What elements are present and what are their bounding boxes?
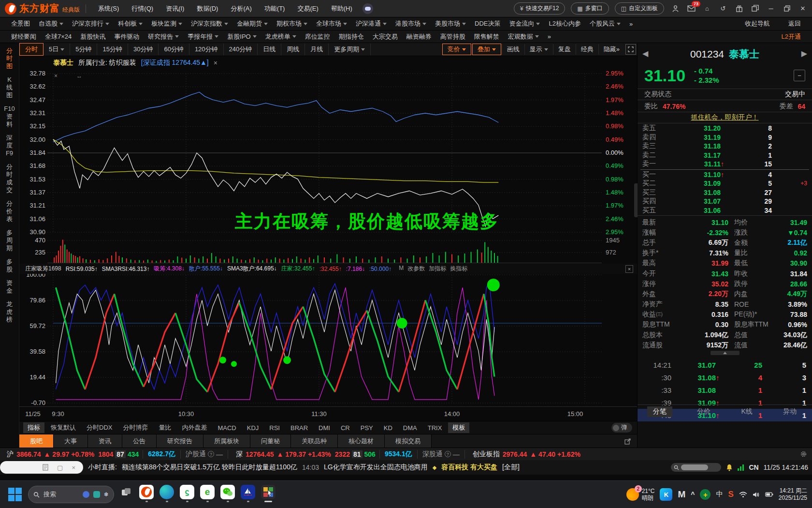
menu-item-2[interactable]: 资讯(I)	[160, 0, 190, 17]
nav-item-724[interactable]: 全球7×24	[41, 32, 76, 41]
nav-item-[interactable]: »	[543, 33, 555, 40]
ind-tab-分时博弈[interactable]: 分时博弈	[118, 422, 152, 433]
ind-tab-KD[interactable]: KD	[379, 423, 397, 433]
task-view-button[interactable]	[118, 485, 134, 504]
taskbar-clock[interactable]: 14:21 周二2025/11/25	[779, 487, 807, 502]
nav-item-[interactable]: 大宗交易	[368, 32, 402, 41]
weather-widget[interactable]: 2 21°C晴朗	[626, 488, 655, 501]
tool-经典[interactable]: 经典	[576, 44, 598, 55]
tool-画线[interactable]: 画线	[502, 44, 524, 55]
nav-item-[interactable]: 沪深港通	[351, 19, 391, 28]
prev-stock-button[interactable]: ◀	[642, 49, 648, 58]
window-split-icon[interactable]	[751, 4, 759, 13]
nav-item-[interactable]: 个股风云	[585, 19, 625, 28]
ind-tab-BRAR[interactable]: BRAR	[286, 423, 312, 433]
gear-icon[interactable]	[800, 450, 807, 458]
nav-item-[interactable]: 港股市场	[391, 19, 431, 28]
app-edge-browser[interactable]	[159, 485, 175, 504]
indicator-tool-加指标[interactable]: 加指标	[429, 265, 446, 273]
ad-banner[interactable]: 抓住机会，即刻开户！	[638, 112, 812, 123]
ticker-search-input[interactable]	[671, 463, 721, 472]
period-月线[interactable]: 月线	[305, 44, 329, 55]
nav-item-[interactable]: »	[625, 20, 637, 28]
quote-tab-分价[interactable]: 分价	[691, 406, 716, 417]
doc-icon[interactable]	[43, 464, 48, 471]
bottom-tab-大事[interactable]: 大事	[54, 434, 88, 448]
period-5日[interactable]: 5日	[44, 44, 70, 55]
tool-隐藏»[interactable]: 隐藏»	[598, 44, 624, 55]
tray-app-k[interactable]: K	[660, 488, 672, 501]
bid-row-2[interactable]: 买二31.095+3	[638, 179, 812, 188]
period-分时[interactable]: 分时	[19, 43, 44, 56]
stock-alert[interactable]: 容百科技 有大买盘	[441, 463, 497, 472]
fullscreen-icon[interactable]	[625, 44, 636, 55]
nav-item-[interactable]: 季报年报	[183, 32, 223, 41]
nav-item-[interactable]: 沪深京排行	[68, 19, 114, 28]
index-overlay-tag[interactable]: [深证成指 12764.45▲]	[141, 59, 209, 67]
undo-icon[interactable]: ↺	[719, 4, 727, 13]
close-button[interactable]: ✕	[798, 4, 807, 13]
sidebar-item-8[interactable]: 资金	[0, 276, 19, 298]
indicator-tool-M[interactable]: M	[399, 265, 404, 273]
ask-row-1[interactable]: 卖一31.11↑15	[638, 160, 812, 169]
volume-icon[interactable]	[753, 492, 760, 498]
ind-tab-分时DDX[interactable]: 分时DDX	[82, 422, 116, 433]
tray-antivirus-icon[interactable]: +	[700, 489, 710, 500]
bottom-tab-模拟交易[interactable]: 模拟交易	[385, 434, 432, 448]
ask-row-3[interactable]: 卖三31.182	[638, 142, 812, 151]
custom-panel-button[interactable]: ◫自定义面板	[615, 2, 664, 15]
tray-expand-chevron[interactable]: ^	[691, 491, 695, 498]
menu-item-3[interactable]: 数据(D)	[190, 0, 224, 17]
next-stock-button[interactable]: ▶	[801, 49, 807, 58]
period-5分钟[interactable]: 5分钟	[70, 44, 97, 55]
live-label[interactable]: 小时直播:	[88, 463, 117, 472]
nav-right-收起导航[interactable]: 收起导航	[740, 19, 774, 28]
nav-item-[interactable]: 美股市场	[431, 19, 470, 28]
ticker-headline-1[interactable]: 额连续第88个交易日突破1.5万亿 较昨日此时放量超1100亿	[122, 463, 297, 472]
mail-icon[interactable]: 73	[687, 4, 696, 13]
nav-item-[interactable]: 龙虎榜单	[261, 32, 301, 41]
alert-filter-all[interactable]: [全部]	[502, 463, 520, 472]
ind-tab-恢复默认[interactable]: 恢复默认	[46, 422, 80, 433]
stats-collapse-button[interactable]	[710, 351, 740, 355]
nav-item-[interactable]: 事件驱动	[110, 32, 144, 41]
tick-row-1[interactable]: :3031.08↑43	[638, 371, 812, 384]
multi-window-button[interactable]: ▦多窗口	[571, 2, 609, 15]
ind-tab-指标[interactable]: 指标	[23, 422, 44, 433]
nav-item-[interactable]: 自选股	[34, 19, 68, 28]
volume-chart[interactable]: 4701945235972	[19, 236, 637, 264]
tool-复盘[interactable]: 复盘	[553, 44, 576, 55]
ind-tab-KDJ[interactable]: KDJ	[243, 423, 263, 433]
nav-item-[interactable]: 高管持股	[436, 32, 470, 41]
toast-close-icon[interactable]: ×	[72, 464, 75, 471]
period-30分钟[interactable]: 30分钟	[128, 44, 159, 55]
panel-popout-icon[interactable]	[624, 434, 631, 448]
bid-row-4[interactable]: 买四31.0729	[638, 197, 812, 206]
nav-item-IPO[interactable]: 新股IPO	[223, 32, 261, 41]
indicator-tool-换指标[interactable]: 换指标	[450, 265, 467, 273]
bottom-tab-股吧[interactable]: 股吧	[19, 434, 54, 448]
ind-tab-PSY[interactable]: PSY	[356, 423, 377, 433]
sidebar-item-2[interactable]: F10资料	[0, 102, 19, 131]
nav-item-[interactable]: 期指持仓	[334, 32, 368, 41]
tick-row-0[interactable]: 14:2131.07255	[638, 359, 812, 371]
period-日线[interactable]: 日线	[258, 44, 281, 55]
l2-open-link[interactable]: L2开通	[777, 32, 805, 41]
bid-row-1[interactable]: 买一31.10↑4	[638, 170, 812, 179]
nav-item-[interactable]: 全球市场	[312, 19, 351, 28]
nav-item-[interactable]: 科创板	[114, 19, 147, 28]
menu-item-1[interactable]: 行情(Q)	[125, 0, 160, 17]
app-wechat[interactable]	[219, 485, 236, 504]
taskbar-search-input[interactable]: 搜索 ❄	[28, 486, 114, 503]
bid-row-5[interactable]: 买五31.0634	[638, 206, 812, 215]
nav-item-[interactable]: 限售解禁	[470, 32, 504, 41]
bottom-tab-所属板块[interactable]: 所属板块	[203, 434, 250, 448]
indicator-tool-改参数[interactable]: 改参数	[407, 265, 425, 273]
menu-item-4[interactable]: 分析(A)	[224, 0, 258, 17]
minimize-button[interactable]: ─	[767, 4, 775, 13]
nav-item-L2[interactable]: L2核心内参	[544, 19, 585, 28]
app-360-browser[interactable]: ϛ	[179, 485, 195, 504]
period-周线[interactable]: 周线	[281, 44, 305, 55]
indicator-close-icon[interactable]: ×	[625, 265, 633, 273]
menu-item-5[interactable]: 功能(T)	[258, 0, 291, 17]
